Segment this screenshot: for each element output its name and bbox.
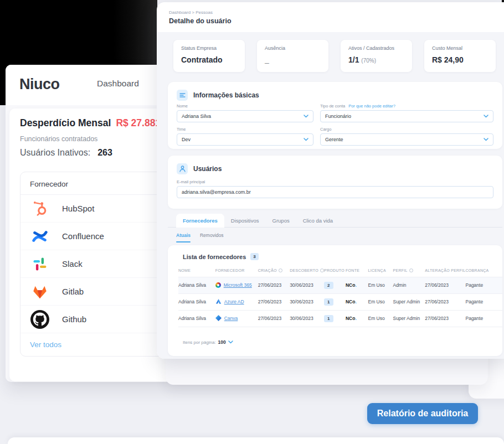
col-header: NOME [178,265,215,277]
items-per-page-value[interactable]: 100 [218,339,226,345]
info-icon[interactable] [409,269,413,272]
cell-perfil: Super Admin [393,310,425,327]
basic-info-form: Nome Adriana Silva Tipo de conta Por que… [177,104,493,146]
field-tipo-de-conta: Tipo de conta Por que não pode editar? F… [320,104,493,122]
col-header: COBRANÇA [465,265,502,277]
cell-criacao: 27/06/2023 [258,277,290,293]
field-label: Nome [177,104,188,109]
cell-descoberto: 30/06/2023 [290,310,324,327]
cell-produto: 1 [324,310,346,327]
tab-fornecedores[interactable]: Fornecedores [176,214,224,228]
col-header: DESCOBERTO [290,265,324,277]
col-header: FONTE [346,265,368,277]
subtab-atuais[interactable]: Atuais [176,233,191,242]
cell-nome: Adriana Silva [178,310,215,327]
cell-fornecedor: Microsoft 365 [215,277,258,293]
subtabs-row: Atuais Removidos [176,233,224,242]
employees-caption: Funcionários contratados [20,135,97,143]
audit-report-button[interactable]: Relatório de auditoria [367,403,478,424]
section-head: Usuários [177,163,493,174]
items-per-page-label: Itens por página: [183,340,216,345]
vendor-name: Github [62,314,86,324]
canva-icon [215,315,222,322]
tipo-de-conta-select[interactable]: Funcionário [320,110,493,122]
cargo-select[interactable]: Gerente [320,133,493,146]
email-field[interactable]: adriana.silva@empresa.com.br [177,186,493,198]
email-field-wrap: E-mail principal adriana.silva@empresa.c… [177,179,493,198]
tab-grupos[interactable]: Grupos [266,214,296,228]
field-label: Time [177,127,186,132]
cell-fornecedor: Azure AD [215,293,258,310]
user-detail-panel: Dashboard > Pessoas Detalhe do usuário S… [157,2,504,359]
tab-clico-da-vida[interactable]: Clico da vida [296,214,340,228]
vendor-link[interactable]: Microsoft 365 [224,282,252,288]
cell-alteracao-perfil: 27/06/2023 [425,293,465,310]
inactive-users-value: 263 [97,148,112,158]
microsoft-365-icon [215,282,221,288]
field-label: E-mail principal [177,179,205,184]
cell-nome: Adriana Silva [178,293,215,310]
stat-card-ativos-cadastrados: Ativos / Cadastrados 1/1 (70%) [341,40,412,72]
time-select[interactable]: Dev [177,133,313,146]
stat-suffix: (70%) [361,58,376,64]
cell-licenca: Em Uso [368,277,393,293]
stat-label: Ausência [265,45,321,51]
list-lines-icon [177,90,188,101]
confluence-icon [30,226,50,246]
tabs-row: Fornecedores Dispositivos Grupos Clico d… [176,214,502,228]
vendor-link[interactable]: Canva [224,316,238,321]
col-header: LICENÇA [368,265,393,277]
why-cant-edit-link[interactable]: Por que não pode editar? [348,104,395,109]
vendor-table-card: Lista de fornecedores 3 NOME FORNECEDOR … [168,245,502,356]
chevron-down-icon [484,138,488,141]
table-title-row: Lista de fornecedores 3 [168,245,502,260]
cell-fonte: NCo. [346,310,368,327]
count-badge: 3 [250,253,258,260]
stat-value: R$ 24,90 [432,55,488,64]
tab-dispositivos[interactable]: Dispositivos [224,214,266,228]
cell-cobranca: Pagante [465,293,502,310]
table-row: Adriana Silva Microsoft 365 27/06/2023 3… [178,277,502,293]
cell-criacao: 27/06/2023 [258,310,290,327]
cell-fonte: NCo. [346,277,368,293]
niuco-logo: Niuco [19,76,60,93]
person-icon [177,163,188,174]
cell-perfil: Super Admin [393,293,425,310]
table-header-row: NOME FORNECEDOR CRIAÇÃO DESCOBERTO PRODU… [178,265,502,277]
vendor-name: HubSpot [62,204,94,213]
vendor-link[interactable]: Azure AD [224,299,244,304]
hubspot-icon [30,199,50,219]
stat-card-ausencia: Ausência _ [257,40,328,72]
cell-produto: 2 [324,277,346,293]
info-icon[interactable] [320,269,324,272]
col-header: CRIAÇÃO [258,265,290,277]
stat-label: Custo Mensal [432,45,488,51]
basic-info-section: Informações básicas Nome Adriana Silva T… [168,82,502,149]
subtab-removidos[interactable]: Removidos [200,233,224,242]
vendor-name: Confluence [62,231,104,241]
inactive-users-label: Usuários Inativos: [20,148,90,158]
vendor-table: NOME FORNECEDOR CRIAÇÃO DESCOBERTO PRODU… [178,265,502,327]
info-icon[interactable] [279,269,282,272]
github-icon [30,309,50,329]
stat-card-status-empresa: Status Empresa Contratado [173,40,245,72]
table-row: Adriana Silva Azure AD 27/06/2023 30/06/… [178,293,502,310]
users-section: Usuários E-mail principal adriana.silva@… [168,156,502,209]
nome-select[interactable]: Adriana Silva [177,110,313,122]
monthly-waste-label: Desperdício Mensal [20,117,111,129]
cell-perfil: Admin [393,277,425,293]
gitlab-icon [30,282,50,302]
cell-cobranca: Pagante [465,310,502,327]
nav-item-dashboard[interactable]: Dashboard [97,79,139,89]
col-header: ALTERAÇÃO PERFIL [425,265,465,277]
table-row: Adriana Silva Canva 27/06/2023 30/06/202… [178,310,502,327]
cell-descoberto: 30/06/2023 [290,277,324,293]
cell-cobranca: Pagante [465,277,502,293]
vendor-name: Gitlab [62,287,84,296]
cell-criacao: 27/06/2023 [258,293,290,310]
cell-produto: 1 [324,293,346,310]
col-header: PERFIL [393,265,425,277]
chevron-down-icon[interactable] [228,340,233,344]
breadcrumb[interactable]: Dashboard > Pessoas [169,10,213,15]
field-time: Time Dev [177,127,313,146]
